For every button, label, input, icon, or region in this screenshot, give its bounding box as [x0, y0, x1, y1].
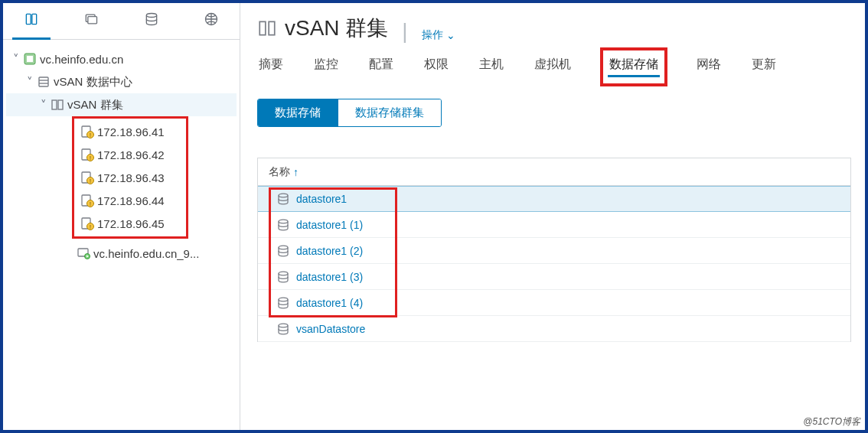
storage-icon [144, 11, 159, 29]
tree-cluster-label: vSAN 群集 [67, 98, 123, 112]
page-title: vSAN 群集 [257, 14, 388, 43]
datastore-icon [276, 270, 290, 284]
sidebar: ˅ vc.heinfo.edu.cn ˅ vSAN 数据中心 ˅ vSAN 群集 [3, 3, 240, 430]
svg-point-35 [279, 246, 288, 249]
datastore-name: datastore1 (4) [296, 297, 363, 309]
svg-rect-0 [26, 14, 31, 24]
tab-hosts[interactable]: 主机 [478, 52, 505, 82]
inventory-tree: ˅ vc.heinfo.edu.cn ˅ vSAN 数据中心 ˅ vSAN 群集 [3, 40, 240, 272]
subtab-datastores[interactable]: 数据存储 [258, 99, 338, 126]
sort-asc-icon: ↑ [293, 166, 299, 178]
datastore-table: 名称 ↑ datastore1 datastore1 (1) datasto [257, 158, 851, 342]
tree-cluster[interactable]: ˅ vSAN 群集 [6, 93, 237, 116]
host-warning-icon: ! [80, 148, 94, 161]
svg-point-33 [279, 194, 288, 197]
svg-text:!: ! [90, 178, 91, 184]
table-row[interactable]: vsanDatastore [258, 316, 850, 342]
tree-host-label: 172.18.96.42 [97, 148, 165, 161]
svg-point-36 [279, 272, 288, 275]
svg-rect-11 [52, 100, 57, 109]
tree-datacenter[interactable]: ˅ vSAN 数据中心 [6, 70, 237, 93]
datacenter-icon [37, 75, 51, 89]
cluster-icon [257, 18, 277, 38]
title-separator: | [402, 19, 407, 44]
table-row[interactable]: datastore1 (3) [258, 264, 850, 290]
svg-rect-31 [259, 21, 266, 34]
svg-rect-8 [39, 77, 48, 86]
chevron-down-icon: ˅ [38, 98, 49, 112]
svg-rect-12 [58, 100, 63, 109]
chevron-down-icon: ⌄ [446, 29, 455, 41]
tree-host[interactable]: ! 172.18.96.42 [74, 143, 186, 166]
cluster-icon [51, 98, 64, 112]
tree-host[interactable]: ! 172.18.96.44 [74, 189, 186, 212]
datastore-icon [276, 296, 290, 310]
watermark: @51CTO博客 [803, 415, 860, 428]
host-warning-icon: ! [80, 216, 94, 230]
networking-icon [204, 11, 219, 29]
nav-hosts-clusters[interactable] [12, 3, 51, 40]
svg-point-34 [279, 220, 288, 223]
table-row[interactable]: datastore1 (2) [258, 238, 850, 264]
tab-vms[interactable]: 虚拟机 [533, 52, 573, 82]
chevron-down-icon: ˅ [24, 75, 35, 89]
tree-root-label: vc.heinfo.edu.cn [40, 53, 123, 66]
page-title-text: vSAN 群集 [285, 14, 388, 43]
svg-rect-32 [269, 21, 275, 34]
tree-root-vcenter[interactable]: ˅ vc.heinfo.edu.cn [6, 47, 237, 70]
datastore-icon [276, 322, 290, 336]
tab-configure[interactable]: 配置 [367, 52, 395, 82]
tree-host[interactable]: ! 172.18.96.41 [74, 120, 186, 143]
svg-point-38 [279, 324, 288, 327]
tree-vm[interactable]: vc.heinfo.edu.cn_9... [6, 242, 237, 265]
column-name: 名称 [269, 165, 290, 179]
datastore-name: datastore1 [296, 193, 347, 205]
svg-rect-1 [32, 14, 37, 24]
tab-monitor[interactable]: 监控 [312, 52, 340, 82]
page-header: vSAN 群集 | 操作 ⌄ [257, 9, 851, 51]
main-content: vSAN 群集 | 操作 ⌄ 摘要 监控 配置 权限 主机 虚拟机 数据存储 网… [240, 3, 865, 430]
sub-tabs: 数据存储 数据存储群集 [257, 99, 442, 127]
tree-host[interactable]: ! 172.18.96.43 [74, 166, 186, 189]
svg-point-37 [279, 298, 288, 301]
tree-host-label: 172.18.96.43 [97, 171, 165, 184]
annotation-hosts-highlight: ! 172.18.96.41 ! 172.18.96.42 ! 172.18.9… [72, 116, 188, 239]
host-warning-icon: ! [80, 125, 94, 138]
table-row[interactable]: datastore1 (4) [258, 290, 850, 316]
tree-host-label: 172.18.96.44 [97, 194, 165, 207]
tree-host-label: 172.18.96.45 [97, 217, 165, 230]
datastore-name: datastore1 (3) [296, 271, 363, 283]
host-warning-icon: ! [80, 171, 94, 184]
host-warning-icon: ! [80, 194, 94, 207]
tree-datacenter-label: vSAN 数据中心 [54, 75, 132, 90]
tab-summary[interactable]: 摘要 [257, 52, 285, 82]
tree-host-label: 172.18.96.41 [97, 125, 165, 138]
tab-updates[interactable]: 更新 [750, 52, 778, 82]
svg-rect-7 [27, 56, 33, 62]
table-row[interactable]: datastore1 (1) [258, 212, 850, 238]
svg-text:!: ! [90, 201, 91, 207]
svg-text:!: ! [90, 155, 91, 161]
nav-storage[interactable] [132, 3, 171, 40]
hosts-clusters-icon [24, 11, 39, 29]
datastore-icon [276, 192, 290, 206]
tab-datastores[interactable]: 数据存储 [608, 52, 660, 79]
nav-networking[interactable] [192, 3, 230, 40]
tab-networks[interactable]: 网络 [695, 52, 723, 82]
nav-vms-templates[interactable] [72, 3, 110, 40]
tree-vm-label: vc.heinfo.edu.cn_9... [93, 247, 199, 260]
main-tabs: 摘要 监控 配置 权限 主机 虚拟机 数据存储 网络 更新 [257, 51, 851, 83]
subtab-datastore-clusters[interactable]: 数据存储群集 [338, 99, 441, 126]
table-row[interactable]: datastore1 [258, 186, 850, 212]
vms-templates-icon [83, 11, 99, 29]
tab-permissions[interactable]: 权限 [423, 52, 450, 82]
svg-text:!: ! [90, 224, 91, 230]
vcenter-icon [23, 52, 37, 66]
tree-host[interactable]: ! 172.18.96.45 [74, 212, 186, 235]
table-header[interactable]: 名称 ↑ [258, 158, 850, 186]
actions-label: 操作 [422, 28, 443, 42]
datastore-name: datastore1 (1) [296, 219, 363, 231]
actions-dropdown[interactable]: 操作 ⌄ [422, 28, 455, 42]
svg-rect-3 [88, 16, 97, 23]
svg-point-4 [146, 13, 156, 17]
